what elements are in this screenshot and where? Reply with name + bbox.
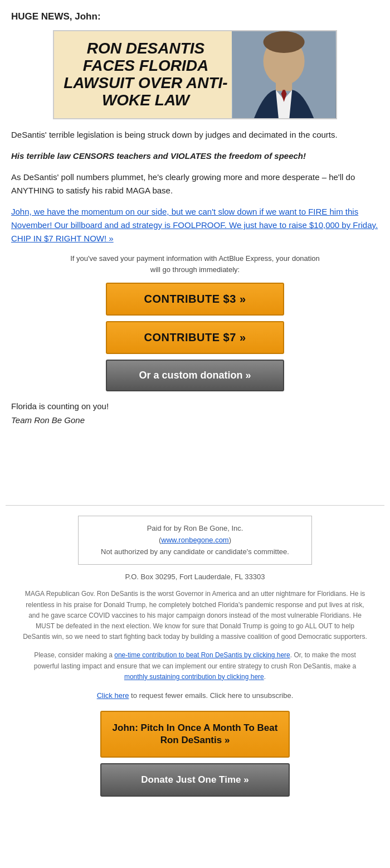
please-consider-text: Please, consider making a one-time contr… <box>11 650 379 682</box>
paragraph-3: As DeSantis' poll numbers plummet, he's … <box>11 171 379 197</box>
paid-for-line1: Paid for by Ron Be Gone, Inc. <box>147 524 243 532</box>
unsubscribe-text: Click here to request fewer emails. Clic… <box>11 690 379 702</box>
paragraph-1: DeSantis' terrible legislation is being … <box>11 128 379 142</box>
svg-rect-3 <box>276 80 292 91</box>
banner-headline: RON DESANTIS FACES FLORIDA LAWSUIT OVER … <box>62 40 230 109</box>
section-divider <box>6 505 384 506</box>
fewer-emails-link[interactable]: Click here <box>97 691 129 700</box>
actblue-note: If you've saved your payment information… <box>11 253 379 275</box>
paid-for-box: Paid for by Ron Be Gone, Inc. (www.ronbe… <box>78 516 312 565</box>
paid-for-line2: Not authorized by any candidate or candi… <box>101 547 289 556</box>
donate-once-button[interactable]: Donate Just One Time » <box>100 763 290 797</box>
disclaimer-text: MAGA Republican Gov. Ron DeSantis is the… <box>11 589 379 642</box>
one-time-link[interactable]: one-time contribution to beat Ron DeSant… <box>114 651 290 659</box>
banner-photo <box>232 31 336 118</box>
signature: Team Ron Be Gone <box>11 415 379 425</box>
banner-image: RON DESANTIS FACES FLORIDA LAWSUIT OVER … <box>53 30 337 119</box>
custom-donation-button[interactable]: Or a custom donation » <box>106 360 284 391</box>
contribute-3-button[interactable]: CONTRIBUTE $3 » <box>106 283 284 316</box>
paragraph-2-bold: His terrible law CENSORS teachers and VI… <box>11 149 379 163</box>
closing-line: Florida is counting on you! <box>11 401 379 411</box>
email-greeting: HUGE NEWS, John: <box>11 11 379 22</box>
svg-point-2 <box>263 31 304 53</box>
email-footer: Paid for by Ron Be Gone, Inc. (www.ronbe… <box>0 516 390 813</box>
contribute-7-button[interactable]: CONTRIBUTE $7 » <box>106 321 284 354</box>
po-box: P.O. Box 30295, Fort Lauderdale, FL 3330… <box>11 573 379 581</box>
monthly-pitch-button[interactable]: John: Pitch In Once A Month To Beat Ron … <box>100 711 290 758</box>
monthly-link[interactable]: monthly sustaining contribution by click… <box>124 673 264 681</box>
cta-link[interactable]: John, we have the momentum on our side, … <box>11 205 379 245</box>
spacer <box>11 433 379 500</box>
website-link[interactable]: www.ronbegone.com <box>161 536 228 544</box>
donation-buttons: CONTRIBUTE $3 » CONTRIBUTE $7 » Or a cus… <box>11 283 379 391</box>
